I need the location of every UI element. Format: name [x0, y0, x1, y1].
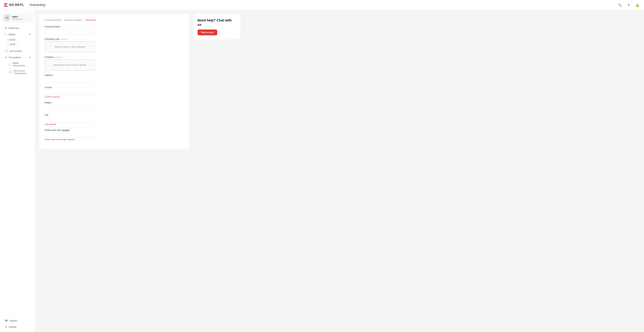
city-group: City City required [44, 114, 184, 126]
sidebar-item-settings[interactable]: ⚙ Settings [1, 324, 34, 330]
form-panel: Company details / Business activities / … [39, 14, 190, 149]
creatives-upload-text: Drop file(s) here or click to upload [54, 64, 86, 66]
region-group: Region [44, 101, 184, 110]
theme-toggle-button[interactable]: ☀ [626, 2, 631, 8]
sidebar-item-support[interactable]: ☎ Support [1, 318, 34, 324]
help-title: Need help? Chat with us [198, 18, 236, 27]
sidebar-item-label: Ad Accounts [10, 50, 22, 52]
creatives-upload[interactable]: Drop file(s) here or click to upload [44, 59, 95, 71]
sidebar-item-label: Dashboard [8, 27, 19, 29]
country-group: Country Country required [44, 86, 184, 98]
breadcrumb-business-activities[interactable]: Business activities [64, 19, 82, 21]
country-error: Country required [44, 96, 184, 98]
sidebar: DA TEST ▾ Dev Account ⊞ Dashboard ⬡ Wall… [0, 10, 35, 332]
eur-amount: €0.00 [10, 43, 16, 46]
content-wrapper: Company details / Business activities / … [39, 14, 240, 149]
sidebar-item-ad-accounts[interactable]: ⬜ Ad Accounts [1, 48, 34, 54]
help-panel: Need help? Chat with us Talk to sales [194, 14, 240, 149]
company-name-label: Company Name [44, 25, 184, 28]
company-logo-group: Company Logo (optional) Drop file here o… [44, 38, 184, 52]
country-input[interactable] [44, 90, 95, 95]
street-input[interactable] [44, 132, 95, 138]
company-logo-upload[interactable]: Drop file here or click to upload [44, 41, 95, 52]
breadcrumb-company-details[interactable]: Company details [44, 19, 61, 21]
creatives-group: Creatives (optional) Drop file(s) here o… [44, 56, 184, 71]
ad-account-transactions-icon: ⬜ [9, 71, 12, 74]
wallet-transactions-icon: ⬡ [9, 63, 11, 66]
logo-icon [4, 3, 8, 7]
creatives-optional: (optional) [55, 56, 62, 58]
transactions-chevron-icon: ▾ [29, 56, 30, 59]
avatar: DA [4, 15, 10, 21]
header-actions: 🔍 ☀ 🔔 [617, 2, 640, 8]
eur-info-icon: ⓘ [17, 43, 18, 46]
page-title: Onboarding [29, 3, 45, 7]
usd-amount: $0.00 [10, 38, 16, 41]
account-subtitle: Dev Account [12, 18, 31, 20]
street-number-underline: number [62, 129, 70, 131]
address-group: Address [44, 74, 184, 83]
wallet-transactions-label: Wallet Transactions [12, 62, 30, 67]
account-name: TEST [12, 15, 18, 18]
logo-text: GO DGTL [9, 3, 24, 7]
city-label: City [44, 114, 184, 116]
app-body: DA TEST ▾ Dev Account ⊞ Dashboard ⬡ Wall… [0, 10, 644, 332]
city-error: City required [44, 123, 184, 126]
settings-label: Settings [8, 326, 16, 328]
sidebar-item-wallets[interactable]: ⬡ Wallets ▾ [1, 31, 34, 37]
main-content: Company details / Business activities / … [35, 10, 644, 332]
street-label: Street name with number [44, 129, 184, 131]
support-label: Support [10, 320, 17, 322]
eur-currency-icon: € [8, 43, 8, 46]
chevron-down-icon: ▾ [18, 16, 19, 18]
city-input[interactable] [44, 117, 95, 123]
company-logo-optional: (optional) [60, 38, 68, 40]
breadcrumb-advertising[interactable]: Advertising [85, 19, 96, 21]
account-card[interactable]: DA TEST ▾ Dev Account [1, 13, 34, 23]
breadcrumb: Company details / Business activities / … [44, 19, 184, 21]
talk-to-sales-button[interactable]: Talk to sales [198, 29, 217, 35]
settings-icon: ⚙ [5, 325, 7, 328]
dashboard-icon: ⊞ [5, 26, 7, 29]
company-logo-upload-text: Drop file here or click to upload [55, 46, 85, 48]
wallet-eur[interactable]: € €0.00 ⓘ [0, 42, 35, 47]
company-name-input[interactable] [44, 29, 95, 34]
transactions-icon: ⇄ [5, 56, 7, 59]
search-button[interactable]: 🔍 [617, 2, 622, 8]
ad-accounts-icon: ⬜ [5, 49, 8, 52]
region-label: Region [44, 101, 184, 104]
region-input[interactable] [44, 105, 95, 110]
creatives-label: Creatives (optional) [44, 56, 184, 58]
sidebar-item-ad-account-transactions[interactable]: ⬜ Ad Account Transactions [1, 68, 34, 76]
sidebar-item-dashboard[interactable]: ⊞ Dashboard [1, 25, 34, 31]
logo: GO DGTL [4, 3, 24, 7]
sidebar-bottom: ☎ Support ⚙ Settings [0, 315, 35, 330]
company-logo-label: Company Logo (optional) [44, 38, 184, 40]
ad-account-transactions-label: Ad Account Transactions [14, 69, 30, 75]
wallets-chevron-icon: ▾ [29, 33, 30, 36]
address-input[interactable] [44, 77, 95, 83]
account-info: TEST ▾ Dev Account [12, 15, 31, 20]
address-label: Address [44, 74, 184, 76]
notifications-button[interactable]: 🔔 [634, 2, 640, 8]
wallets-label: Wallets [8, 33, 16, 36]
wallet-icon: ⬡ [5, 33, 7, 36]
breadcrumb-sep-1: / [62, 19, 63, 21]
country-label: Country [44, 86, 184, 89]
top-header: GO DGTL Onboarding 🔍 ☀ 🔔 [0, 0, 644, 10]
usd-currency-icon: $ [8, 38, 8, 41]
help-card: Need help? Chat with us Talk to sales [194, 14, 240, 39]
street-error: Street name and number required. [44, 138, 184, 141]
breadcrumb-sep-2: / [83, 19, 84, 21]
sidebar-item-transactions[interactable]: ⇄ Transactions ▾ [1, 54, 34, 60]
usd-info-icon: ⓘ [17, 38, 18, 41]
street-group: Street name with number Street name and … [44, 129, 184, 141]
support-icon: ☎ [5, 319, 8, 322]
transactions-label: Transactions [8, 56, 21, 59]
company-name-group: Company Name [44, 25, 184, 34]
wallet-usd[interactable]: $ $0.00 ⓘ [0, 37, 35, 42]
sidebar-item-wallet-transactions[interactable]: ⬡ Wallet Transactions [1, 61, 34, 68]
